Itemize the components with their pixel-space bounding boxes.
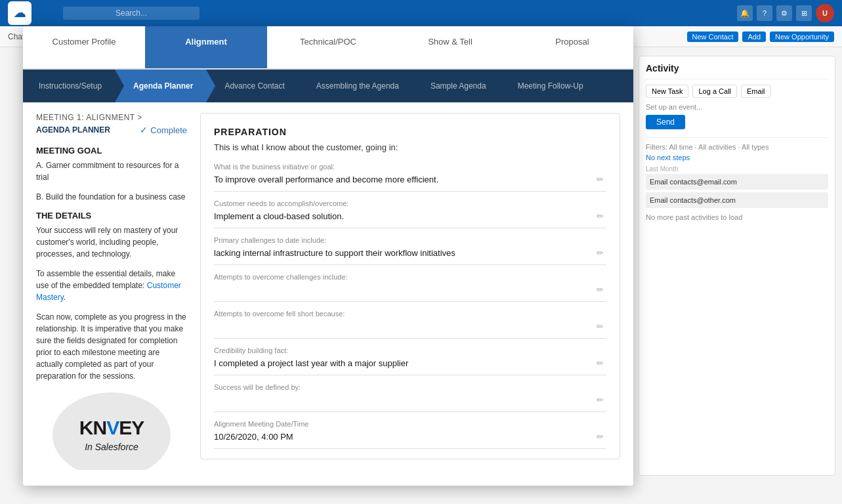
field-value-row-4: ✏ — [214, 284, 606, 296]
tab-show-tell[interactable]: Show & Tell — [389, 26, 511, 68]
edit-icon-3[interactable]: ✏ — [594, 247, 606, 259]
prep-title: PREPARATION — [214, 127, 606, 137]
meeting-header-text: MEETING 1: ALIGNMENT > — [36, 113, 142, 122]
field-value-3: lacking internal infrastructure to suppo… — [214, 248, 594, 258]
edit-icon-4[interactable]: ✏ — [594, 284, 606, 296]
breadcrumb-meeting-follow-up[interactable]: Meeting Follow-Up — [499, 70, 597, 102]
complete-label: Complete — [150, 125, 187, 135]
edit-icon-2[interactable]: ✏ — [594, 210, 606, 222]
new-contact-button[interactable]: New Contact — [687, 32, 739, 42]
filters-label: Filters: All time · All activities · All… — [646, 143, 828, 151]
field-label-1: What is the business initiative or goal: — [214, 163, 606, 171]
field-value-5 — [214, 322, 594, 332]
edit-icon-6[interactable]: ✏ — [594, 357, 606, 369]
no-activities-label: No more past activities to load — [646, 213, 828, 221]
crm-search[interactable]: Search... — [63, 7, 200, 20]
prep-subtitle: This is what I know about the customer, … — [214, 142, 606, 152]
activity-item-1[interactable]: Email contacts@email.com — [646, 174, 828, 190]
check-icon: ✓ — [140, 125, 148, 135]
activity-item-2[interactable]: Email contacts@other.com — [646, 192, 828, 208]
email-button[interactable]: Email — [741, 85, 771, 98]
breadcrumb-nav: Instructions/Setup Agenda Planner Advanc… — [23, 70, 633, 102]
meeting-header-row: MEETING 1: ALIGNMENT > AGENDA PLANNER ✓ … — [36, 113, 187, 135]
tab-alignment[interactable]: Alignment — [145, 26, 267, 68]
field-label-7: Success will be defined by: — [214, 383, 606, 391]
field-value-row-6: I completed a project last year with a m… — [214, 357, 606, 369]
field-success-defined: Success will be defined by: ✏ — [214, 383, 606, 412]
goal-title: MEETING GOAL — [36, 146, 187, 156]
field-value-2: Implement a cloud-based solution. — [214, 211, 594, 221]
breadcrumb-instructions[interactable]: Instructions/Setup — [28, 70, 115, 102]
edit-icon-5[interactable]: ✏ — [594, 320, 606, 333]
field-value-1: To improve overall performance and becom… — [214, 175, 594, 184]
activity-panel: Activity New Task Log a Call Email Set u… — [639, 56, 835, 476]
field-value-7 — [214, 395, 594, 406]
breadcrumb-sample-agenda[interactable]: Sample Agenda — [412, 70, 499, 102]
left-panel: MEETING 1: ALIGNMENT > AGENDA PLANNER ✓ … — [36, 113, 187, 459]
top-tabs: Customer Profile Alignment Technical/POC… — [23, 26, 633, 70]
goal-item-a: A. Garner commitment to resources for a … — [36, 159, 187, 183]
complete-button[interactable]: ✓ Complete — [140, 125, 187, 135]
tab-proposal[interactable]: Proposal — [511, 26, 633, 68]
details-p1: Your success will rely on mastery of you… — [36, 224, 187, 260]
knvey-v: V — [106, 417, 119, 438]
field-attempts-fell-short: Attempts to overcome fell short because:… — [214, 310, 606, 339]
new-opportunity-button[interactable]: New Opportunity — [770, 32, 834, 42]
log-call-button[interactable]: Log a Call — [692, 85, 737, 98]
field-attempts-overcome: Attempts to overcome challenges include:… — [214, 273, 606, 302]
send-button[interactable]: Send — [646, 115, 685, 129]
preparation-panel: PREPARATION This is what I know about th… — [200, 113, 620, 459]
field-label-2: Customer needs to accomplish/overcome: — [214, 200, 606, 207]
edit-icon-1[interactable]: ✏ — [594, 173, 606, 186]
main-content: MEETING 1: ALIGNMENT > AGENDA PLANNER ✓ … — [23, 102, 633, 470]
next-steps-label: No next steps — [646, 154, 828, 161]
setup-icon[interactable]: ⚙ — [776, 5, 792, 21]
crm-logo: ☁ — [8, 1, 32, 25]
breadcrumb-assembling-agenda[interactable]: Assembling the Agenda — [298, 70, 412, 102]
new-task-button[interactable]: New Task — [646, 85, 688, 98]
meeting-title-text: AGENDA PLANNER — [36, 125, 110, 135]
field-value-8: 10/26/2020, 4:00 PM — [214, 432, 594, 442]
field-business-initiative: What is the business initiative or goal:… — [214, 163, 606, 192]
details-title: THE DETAILS — [36, 211, 187, 220]
last-month-label: Last Month — [646, 165, 828, 173]
field-label-5: Attempts to overcome fell short because: — [214, 310, 606, 318]
field-value-row-8: 10/26/2020, 4:00 PM ✏ — [214, 430, 606, 443]
field-primary-challenges: Primary challenges to date include: lack… — [214, 236, 606, 265]
crm-header: ☁ Search... 🔔 ? ⚙ ⊞ U — [0, 0, 842, 26]
apps-icon[interactable]: ⊞ — [796, 5, 812, 21]
field-value-4 — [214, 285, 594, 295]
field-value-row-3: lacking internal infrastructure to suppo… — [214, 247, 606, 259]
edit-icon-8[interactable]: ✏ — [594, 430, 606, 443]
goal-item-b: B. Build the foundation for a business c… — [36, 191, 187, 203]
field-value-row-5: ✏ — [214, 320, 606, 333]
field-label-3: Primary challenges to date include: — [214, 236, 606, 244]
field-label-8: Alignment Meeting Date/Time — [214, 420, 606, 428]
breadcrumb-advance-contact[interactable]: Advance Contact — [206, 70, 297, 102]
add-button[interactable]: Add — [742, 32, 766, 42]
field-credibility: Credibility building fact: I completed a… — [214, 346, 606, 375]
field-value-6: I completed a project last year with a m… — [214, 358, 594, 368]
set-up-event-label: Set up an event... — [646, 103, 828, 111]
field-meeting-datetime: Alignment Meeting Date/Time 10/26/2020, … — [214, 420, 606, 449]
breadcrumb-agenda-planner[interactable]: Agenda Planner — [115, 70, 206, 102]
logo-circle: KNVEY In Salesforce — [53, 392, 171, 470]
customer-mastery-link[interactable]: Customer Mastery — [36, 281, 181, 302]
notification-icon[interactable]: 🔔 — [737, 5, 753, 21]
field-customer-needs: Customer needs to accomplish/overcome: I… — [214, 200, 606, 228]
edit-icon-7[interactable]: ✏ — [594, 394, 606, 406]
field-value-row-1: To improve overall performance and becom… — [214, 173, 606, 186]
tab-technical-poc[interactable]: Technical/POC — [267, 26, 389, 68]
details-p2: To assemble the essential details, make … — [36, 268, 187, 303]
logo-area: KNVEY In Salesforce — [36, 392, 187, 470]
scan-text: Scan now, complete as you progress in th… — [36, 311, 187, 382]
help-icon[interactable]: ? — [757, 5, 772, 21]
field-value-row-2: Implement a cloud-based solution. ✏ — [214, 210, 606, 222]
knvey-sub: In Salesforce — [85, 442, 138, 452]
user-avatar[interactable]: U — [816, 4, 834, 22]
tab-customer-profile[interactable]: Customer Profile — [23, 26, 145, 68]
field-label-4: Attempts to overcome challenges include: — [214, 273, 606, 281]
field-value-row-7: ✏ — [214, 394, 606, 406]
knvey-logo: KNVEY — [79, 418, 144, 438]
activity-title: Activity — [646, 63, 828, 79]
